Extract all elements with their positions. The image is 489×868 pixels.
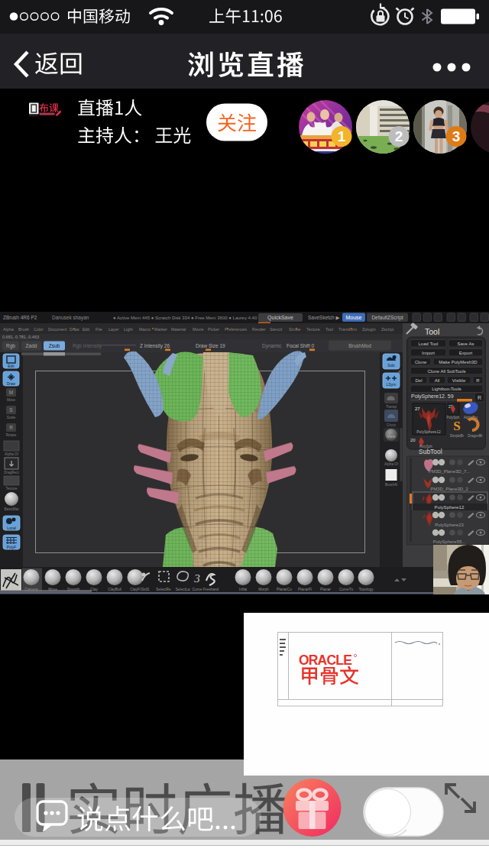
svg-text:Draw: Draw [7, 382, 16, 386]
svg-text:Edit: Edit [8, 364, 15, 368]
svg-text:R: R [9, 425, 13, 430]
svg-text:SelectRe: SelectRe [156, 588, 171, 591]
svg-text:27: 27 [415, 406, 420, 411]
svg-text:Edit: Edit [83, 327, 90, 332]
svg-text:Clone: Clone [415, 360, 427, 364]
svg-text:PolySphere12: PolySphere12 [416, 429, 441, 434]
svg-text:Texture: Texture [5, 487, 18, 491]
svg-text:0.681,-0.781,-0.463: 0.681,-0.781,-0.463 [2, 335, 39, 339]
svg-text:Texture: Texture [306, 327, 320, 332]
svg-text:Topology: Topology [358, 588, 374, 591]
svg-text:1: 1 [338, 128, 346, 144]
svg-text:QuickSave: QuickSave [267, 315, 293, 321]
svg-text:ClayFl: ClayFl [130, 588, 141, 591]
svg-text:Mask: Mask [387, 435, 397, 439]
svg-text:Import: Import [422, 351, 435, 355]
svg-text:ZBrush 4R6 P2: ZBrush 4R6 P2 [3, 315, 37, 320]
svg-text:PlanarFl: PlanarFl [298, 588, 312, 591]
svg-text:S: S [9, 407, 13, 413]
svg-text:Color: Color [34, 327, 44, 332]
svg-text:2: 2 [395, 128, 403, 144]
svg-text:PolySphere12. 59: PolySphere12. 59 [411, 394, 454, 400]
svg-text:PolySphere12: PolySphere12 [435, 504, 465, 510]
svg-text:Del: Del [415, 378, 422, 383]
svg-text:Zadd: Zadd [26, 343, 37, 348]
svg-text:CurveTu: CurveTu [339, 588, 354, 591]
svg-text:Marker: Marker [154, 327, 167, 332]
svg-text:Zsub: Zsub [49, 343, 60, 348]
svg-text:Planar: Planar [320, 588, 331, 591]
svg-text:DefaultZScript: DefaultZScript [371, 315, 403, 321]
svg-text:Morph: Morph [258, 588, 269, 591]
svg-text:Stencil: Stencil [270, 327, 282, 332]
svg-text:Rgb Intensity: Rgb Intensity [73, 343, 102, 349]
svg-text:Freehand: Freehand [203, 588, 219, 591]
svg-text:Visible: Visible [452, 378, 466, 383]
svg-text:Load Tool: Load Tool [419, 342, 439, 346]
svg-text:Picker: Picker [208, 327, 219, 332]
svg-text:Rotate: Rotate [6, 433, 17, 437]
svg-text:Mouse: Mouse [345, 315, 361, 320]
svg-text:Danusek shayan: Danusek shayan [52, 315, 89, 321]
svg-text:LSym: LSym [387, 383, 396, 387]
svg-text:BrushAl: BrushAl [385, 483, 397, 487]
svg-text:Lightbox›Tools: Lightbox›Tools [432, 387, 461, 391]
svg-text:20: 20 [410, 438, 416, 442]
svg-text:Stroke: Stroke [289, 327, 301, 332]
svg-text:Inflat: Inflat [239, 588, 248, 591]
svg-text:All: All [435, 378, 440, 383]
svg-text:File: File [96, 327, 102, 332]
svg-text:BasicMat: BasicMat [5, 507, 20, 511]
svg-text:SaveSketch ▶: SaveSketch ▶ [308, 315, 340, 320]
svg-text:Local: Local [7, 526, 15, 530]
svg-text:Document: Document [48, 327, 67, 332]
svg-text:Tool: Tool [425, 327, 439, 336]
svg-text:PolySphere23: PolySphere23 [435, 523, 464, 527]
svg-text:SimpleBr: SimpleBr [450, 434, 465, 438]
svg-text:Tool: Tool [325, 327, 333, 332]
svg-text:M: M [9, 390, 13, 395]
svg-text:R: R [476, 378, 480, 383]
svg-text:27: 27 [449, 405, 453, 409]
svg-text:ORACLE: ORACLE [299, 653, 353, 668]
svg-text:Make PolyMesh3D: Make PolyMesh3D [439, 360, 478, 364]
svg-text:Light: Light [124, 327, 133, 332]
svg-text:Material: Material [171, 327, 186, 332]
svg-text:SelectLa: SelectLa [176, 588, 190, 591]
svg-text:PM3D_Plane3D_2: PM3D_Plane3D_2 [430, 487, 468, 491]
svg-text:Export: Export [459, 351, 473, 355]
svg-text:DragRect: DragRect [4, 471, 19, 474]
svg-text:Solo: Solo [387, 364, 395, 368]
svg-text:SubTool: SubTool [419, 448, 442, 455]
svg-text:Dynamic: Dynamic [262, 343, 282, 349]
svg-text:Zplugin: Zplugin [362, 327, 376, 332]
svg-text:S: S [453, 419, 460, 433]
svg-text:Clone All SubTools: Clone All SubTools [427, 369, 465, 374]
svg-text:Alpha: Alpha [3, 327, 14, 332]
svg-text:DragonBr: DragonBr [468, 434, 483, 438]
svg-text:PolySphere55...: PolySphere55... [433, 539, 466, 544]
svg-text:Ghost: Ghost [387, 423, 397, 427]
svg-text:R: R [478, 395, 481, 400]
svg-text:Alpha Of: Alpha Of [5, 452, 19, 456]
svg-text:Macro: Macro [139, 327, 151, 332]
svg-text:Zscript: Zscript [381, 327, 394, 332]
svg-text:Draw Size 19: Draw Size 19 [196, 343, 225, 348]
svg-text:Layer: Layer [108, 327, 119, 332]
svg-text:Move: Move [7, 398, 16, 402]
svg-text:Rgb: Rgb [6, 343, 15, 349]
svg-text:Scale: Scale [7, 416, 16, 419]
svg-text:PolyF: PolyF [7, 546, 16, 549]
svg-text:Brush: Brush [18, 327, 29, 332]
svg-text:Render: Render [252, 327, 266, 332]
svg-text:3: 3 [452, 128, 461, 144]
svg-text:Transform: Transform [338, 327, 358, 332]
svg-text:Save As: Save As [457, 342, 474, 346]
svg-text:Z Intensity 26: Z Intensity 26 [140, 343, 170, 349]
svg-text:PM3D_Plane3D_7...: PM3D_Plane3D_7... [429, 469, 471, 474]
svg-text:Alpha Of: Alpha Of [384, 462, 399, 466]
svg-text:3: 3 [193, 572, 200, 585]
svg-text:Movie: Movie [193, 327, 203, 332]
svg-text:● Active Mem 445 ● Scratch Dis: ● Active Mem 445 ● Scratch Disk 334 ● Fr… [113, 316, 257, 320]
svg-text:BrushMod: BrushMod [348, 343, 371, 348]
